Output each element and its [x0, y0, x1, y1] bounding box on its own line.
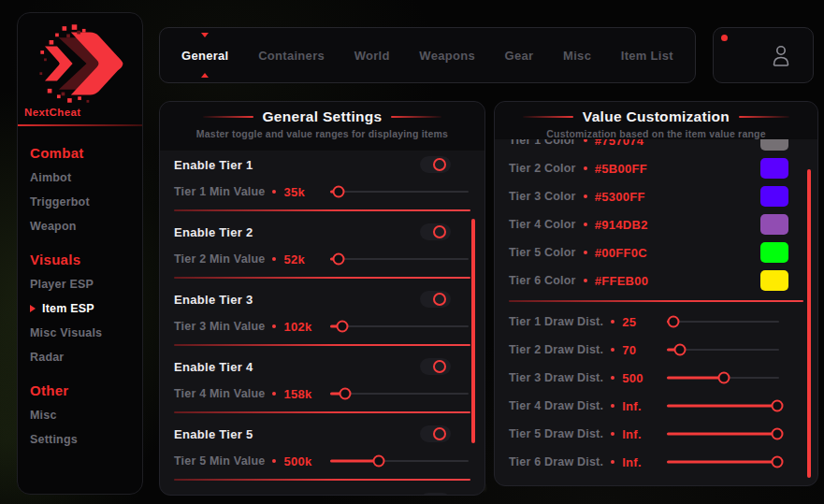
dist-label: Tier 2 Draw Dist.	[509, 343, 603, 356]
tier-toggle[interactable]	[420, 156, 451, 173]
tier-min-value-slider[interactable]	[330, 320, 469, 333]
tier-min-value-slider[interactable]	[330, 252, 469, 266]
tab-label: Gear	[505, 49, 534, 63]
sidebar-item-misc-visuals[interactable]: Misc Visuals	[30, 321, 142, 345]
tier-min-value-slider[interactable]	[330, 387, 469, 400]
scrollbar-thumb[interactable]	[471, 219, 475, 443]
bullet-icon	[272, 392, 276, 396]
slider-label: Tier 1 Min Value	[174, 185, 265, 198]
color-hex-value: #FFEB00	[595, 274, 649, 288]
tier-toggle[interactable]	[420, 358, 451, 375]
tier-toggle[interactable]	[420, 425, 451, 442]
tab-label: General	[181, 49, 229, 63]
color-hex-value: #5300FF	[595, 190, 645, 204]
user-button[interactable]	[713, 27, 814, 83]
tier-min-value-row: Tier 2 Min Value52k	[160, 246, 484, 272]
tier-min-value-slider[interactable]	[330, 454, 469, 468]
tab-item-list[interactable]: Item List	[621, 28, 673, 82]
color-hex-value: #5B00FF	[595, 162, 647, 176]
tab-misc[interactable]: Misc	[563, 28, 591, 82]
color-swatch[interactable]	[760, 214, 788, 235]
slider-knob[interactable]	[771, 428, 783, 440]
sidebar-nav: CombatAimbotTriggerbotWeaponVisualsPlaye…	[18, 126, 142, 452]
draw-dist-slider[interactable]	[667, 315, 779, 328]
toggle-knob	[433, 158, 446, 171]
color-swatch[interactable]	[760, 158, 788, 179]
sidebar-category-other[interactable]: Other	[30, 378, 142, 403]
tier-toggle[interactable]	[420, 223, 451, 240]
dist-value: 70	[622, 343, 636, 357]
draw-dist-slider[interactable]	[667, 399, 779, 412]
slider-knob[interactable]	[771, 456, 783, 468]
toggle-label: Enable Tier 2	[174, 225, 253, 239]
color-swatch[interactable]	[760, 186, 788, 207]
slider-track	[330, 191, 469, 193]
draw-dist-slider[interactable]	[667, 371, 779, 384]
slider-knob[interactable]	[771, 400, 783, 412]
slider-track	[667, 321, 779, 323]
scrollbar-thumb[interactable]	[807, 169, 811, 478]
sidebar-item-triggerbot[interactable]: Triggerbot	[30, 190, 142, 214]
slider-value: 158k	[283, 387, 311, 401]
sidebar-item-item-esp[interactable]: Item ESP	[30, 296, 142, 321]
slider-knob[interactable]	[372, 455, 384, 468]
draw-dist-slider[interactable]	[667, 343, 779, 356]
tab-gear[interactable]: Gear	[505, 28, 534, 82]
sidebar-item-player-esp[interactable]: Player ESP	[30, 272, 142, 296]
sidebar-item-label: Aimbot	[30, 166, 71, 190]
slider-track	[330, 258, 469, 260]
dist-value: Inf.	[622, 399, 642, 413]
sidebar-item-aimbot[interactable]: Aimbot	[30, 166, 142, 190]
slider-knob[interactable]	[674, 344, 687, 356]
slider-value: 52k	[283, 252, 305, 266]
color-swatch[interactable]	[760, 270, 788, 291]
dist-label: Tier 6 Draw Dist.	[509, 455, 603, 468]
slider-fill	[667, 433, 777, 436]
enable-tier-row: Enable Tier 3	[160, 285, 484, 313]
bullet-icon	[272, 190, 276, 194]
slider-value: 500k	[283, 454, 311, 468]
slider-knob[interactable]	[337, 321, 349, 333]
slider-knob[interactable]	[332, 253, 344, 266]
sidebar-item-radar[interactable]: Radar	[30, 345, 142, 369]
slider-knob[interactable]	[332, 186, 344, 198]
sidebar-item-misc[interactable]: Misc	[30, 403, 142, 427]
color-hex-value: #00FF0C	[595, 246, 647, 260]
tier-toggle[interactable]	[420, 291, 451, 308]
slider-knob[interactable]	[340, 388, 352, 400]
tier-min-value-slider[interactable]	[330, 185, 469, 198]
tier-group: Enable Tier 1Tier 1 Min Value35k	[160, 151, 484, 211]
bullet-icon	[272, 257, 276, 261]
section-divider	[174, 479, 470, 481]
tab-general[interactable]: General	[181, 28, 229, 82]
bullet-icon	[611, 348, 614, 352]
enable-tier-row: Enable Tier 2	[160, 218, 484, 246]
sidebar-item-label: Settings	[30, 427, 78, 452]
slider-knob[interactable]	[668, 316, 680, 328]
user-icon	[770, 43, 792, 67]
slider-knob[interactable]	[718, 372, 730, 384]
tab-label: Item List	[621, 49, 673, 63]
draw-dist-row: Tier 6 Draw Dist.Inf.	[495, 448, 817, 476]
color-swatch[interactable]	[760, 242, 788, 263]
general-panel-subtitle: Master toggle and value ranges for displ…	[160, 128, 484, 139]
sidebar-item-label: Visuals	[30, 252, 80, 267]
enable-tier-row: Enable Tier 6	[160, 487, 484, 496]
sidebar-item-weapon[interactable]: Weapon	[30, 214, 142, 238]
value-panel-header: Value Customization Customization based …	[495, 102, 817, 139]
tab-containers[interactable]: Containers	[258, 28, 325, 82]
general-panel-title: General Settings	[263, 108, 383, 125]
nextcheat-logo-icon	[33, 21, 128, 107]
draw-dist-slider[interactable]	[667, 427, 779, 440]
toggle-knob	[433, 495, 446, 496]
tier-toggle[interactable]	[420, 493, 451, 496]
draw-dist-slider[interactable]	[667, 455, 779, 468]
sidebar-item-settings[interactable]: Settings	[30, 427, 142, 452]
sidebar-category-combat[interactable]: Combat	[30, 140, 142, 166]
bullet-icon	[272, 324, 276, 328]
sidebar-item-label: Radar	[30, 345, 64, 369]
bullet-icon	[584, 251, 587, 254]
tab-weapons[interactable]: Weapons	[419, 28, 475, 82]
tab-world[interactable]: World	[354, 28, 390, 82]
sidebar-category-visuals[interactable]: Visuals	[30, 247, 142, 272]
